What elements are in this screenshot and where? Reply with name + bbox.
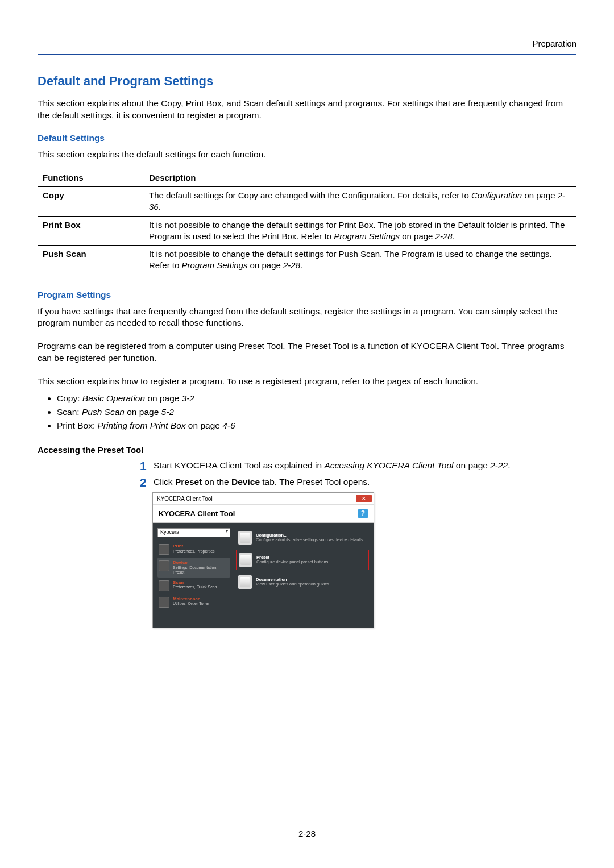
list-item: Copy: Basic Operation on page 3-2: [57, 392, 576, 405]
step-2: 2 Click Preset on the Device tab. The Pr…: [140, 476, 576, 489]
print-icon: [159, 544, 169, 555]
main-item-documentation[interactable]: DocumentationView user guides and operat…: [236, 572, 369, 592]
reference-bullet-list: Copy: Basic Operation on page 3-2 Scan: …: [38, 392, 576, 431]
dialog-titlebar-text: KYOCERA Client Tool: [157, 496, 213, 502]
dialog-header-title: KYOCERA Client Tool: [159, 509, 235, 518]
program-para1: If you have settings that are frequently…: [38, 306, 576, 330]
list-item: Scan: Push Scan on page 5-2: [57, 406, 576, 418]
main-item-configuration[interactable]: Configuration...Configure administrative…: [236, 528, 369, 547]
program-para2: Programs can be registered from a comput…: [38, 340, 576, 364]
default-settings-heading: Default Settings: [38, 133, 576, 143]
table-header-functions: Functions: [38, 169, 144, 186]
dialog-titlebar[interactable]: KYOCERA Client Tool ✕: [153, 493, 374, 505]
step-number: 2: [140, 476, 154, 489]
help-icon[interactable]: ?: [358, 509, 368, 518]
table-header-description: Description: [144, 169, 576, 186]
scan-icon: [159, 580, 169, 591]
intro-paragraph: This section explains about the Copy, Pr…: [38, 98, 576, 122]
accessing-preset-heading: Accessing the Preset Tool: [38, 445, 576, 455]
program-para3: This section explains how to register a …: [38, 376, 576, 388]
header-rule: [38, 54, 576, 55]
step-1: 1 Start KYOCERA Client Tool as explained…: [140, 459, 576, 472]
page-title: Default and Program Settings: [38, 74, 576, 89]
header-breadcrumb: Preparation: [38, 0, 576, 48]
default-settings-table: Functions Description Copy The default s…: [38, 169, 576, 275]
close-icon[interactable]: ✕: [356, 495, 372, 502]
default-settings-para: This section explains the default settin…: [38, 149, 576, 161]
main-item-preset[interactable]: PresetConfigure device panel preset butt…: [236, 550, 369, 570]
list-item: Print Box: Printing from Print Box on pa…: [57, 420, 576, 432]
kyocera-client-tool-dialog: KYOCERA Client Tool ✕ KYOCERA Client Too…: [152, 492, 374, 628]
table-row: Print Box It is not possible to change t…: [38, 216, 576, 246]
footer-rule: [38, 824, 576, 824]
step-number: 1: [140, 459, 154, 472]
program-settings-heading: Program Settings: [38, 290, 576, 300]
table-row: Copy The default settings for Copy are c…: [38, 187, 576, 217]
device-icon: [159, 560, 169, 571]
sidebar-item-print[interactable]: PrintPreferences, Properties: [157, 541, 230, 558]
preset-icon: [239, 553, 252, 567]
dialog-header: KYOCERA Client Tool ?: [153, 505, 374, 523]
sidebar-item-device[interactable]: DeviceSettings, Documentation, Preset: [157, 558, 230, 577]
device-dropdown[interactable]: Kyocera: [157, 528, 230, 537]
configuration-icon: [238, 531, 252, 545]
documentation-icon: [238, 575, 252, 589]
maintenance-icon: [159, 597, 169, 608]
sidebar-item-maintenance[interactable]: MaintenanceUtilities, Order Toner: [157, 594, 230, 610]
sidebar-item-scan[interactable]: ScanPreferences, Quick Scan: [157, 578, 230, 594]
table-row: Push Scan It is not possible to change t…: [38, 246, 576, 275]
page-number: 2-28: [38, 829, 576, 838]
